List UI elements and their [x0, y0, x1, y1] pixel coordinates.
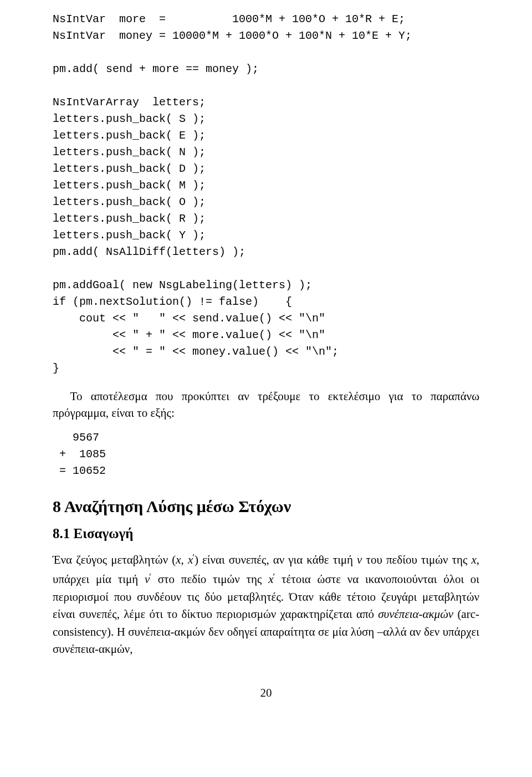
math-x2: x	[471, 553, 476, 566]
math-x: x	[176, 553, 181, 566]
text-run: ) είναι συνεπές, αν για κάθε τιμή	[195, 553, 357, 566]
page: NsIntVar more = 1000*M + 100*O + 10*R + …	[0, 0, 532, 722]
math-x3: x′	[268, 572, 275, 586]
paragraph-result-intro: Το αποτέλεσμα που προκύπτει αν τρέξουμε …	[53, 388, 479, 422]
math-xprime: x′	[188, 553, 195, 566]
text-run: στο πεδίο τιμών της	[151, 572, 268, 586]
code-block-1: NsIntVar more = 1000*M + 100*O + 10*R + …	[53, 11, 479, 377]
text-run: Ένα ζεύγος μεταβλητών (	[53, 553, 176, 566]
emphasis-arc-consistency: συνέπεια-ακμών	[378, 607, 453, 621]
text-run: του πεδίου τιμών της	[362, 553, 471, 566]
section-heading-8: 8 Αναζήτηση Λύσης μέσω Στόχων	[53, 497, 479, 516]
page-number: 20	[53, 686, 479, 700]
math-vprime: v′	[145, 572, 151, 586]
subsection-heading-8-1: 8.1 Εισαγωγή	[53, 526, 479, 541]
program-output: 9567 + 1085 = 10652	[53, 430, 479, 479]
text-run	[184, 553, 188, 566]
intro-paragraph: Ένα ζεύγος μεταβλητών (x, x′) είναι συνε…	[53, 549, 479, 658]
